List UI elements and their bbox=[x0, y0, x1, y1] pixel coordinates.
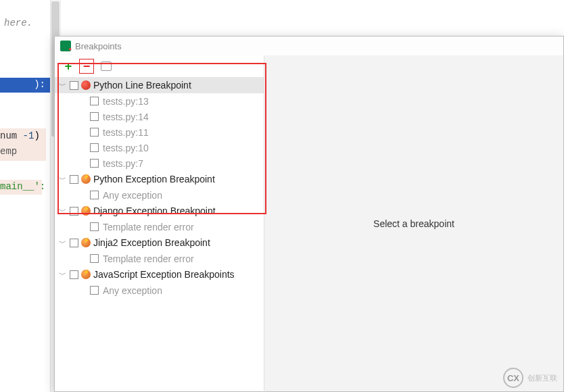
chevron-down-icon[interactable]: ﹀ bbox=[59, 270, 67, 280]
watermark: CX 创新互联 bbox=[503, 368, 557, 388]
breakpoint-type-icon bbox=[81, 80, 91, 90]
editor-main-text: main__': bbox=[0, 181, 45, 192]
item-checkbox[interactable] bbox=[90, 128, 99, 137]
group-checkbox[interactable] bbox=[70, 81, 78, 90]
item-label: tests.py:13 bbox=[103, 96, 149, 107]
add-breakpoint-button[interactable]: + bbox=[62, 59, 75, 73]
group-checkbox[interactable] bbox=[70, 239, 78, 247]
breakpoint-type-icon bbox=[81, 174, 91, 184]
item-checkbox[interactable] bbox=[90, 97, 99, 105]
editor-line-text: ): bbox=[34, 79, 45, 90]
breakpoint-group[interactable]: ﹀Python Line Breakpoint bbox=[55, 77, 264, 93]
breakpoint-group[interactable]: ﹀Django Exception Breakpoint bbox=[55, 203, 264, 219]
item-checkbox[interactable] bbox=[90, 191, 99, 199]
breakpoint-item[interactable]: tests.py:10 bbox=[55, 140, 264, 155]
editor-block1: num -1) emp bbox=[0, 128, 46, 161]
breakpoint-type-icon bbox=[81, 206, 91, 216]
group-label: Python Line Breakpoint bbox=[93, 80, 191, 91]
watermark-logo: CX bbox=[503, 368, 523, 388]
details-panel: Select a breakpoint bbox=[264, 55, 563, 391]
item-checkbox[interactable] bbox=[90, 222, 99, 231]
editor-block1-line1: num -1) bbox=[0, 130, 40, 141]
group-label: Python Exception Breakpoint bbox=[93, 174, 215, 185]
breakpoints-dialog: Breakpoints + − ﹀Python Line Breakpointt… bbox=[54, 36, 564, 392]
breakpoint-item[interactable]: Template render error bbox=[55, 251, 264, 266]
group-checkbox[interactable] bbox=[70, 207, 78, 216]
group-label: JavaScript Exception Breakpoints bbox=[93, 269, 235, 280]
watermark-text: 创新互联 bbox=[527, 373, 557, 383]
item-checkbox[interactable] bbox=[90, 159, 99, 168]
chevron-down-icon[interactable]: ﹀ bbox=[59, 174, 67, 185]
item-checkbox[interactable] bbox=[90, 143, 99, 152]
item-label: Any exception bbox=[103, 190, 162, 201]
editor-highlight-line: ): bbox=[0, 78, 51, 93]
item-checkbox[interactable] bbox=[90, 286, 99, 295]
dialog-titlebar[interactable]: Breakpoints bbox=[55, 36, 563, 55]
breakpoint-type-icon bbox=[81, 270, 91, 279]
item-label: tests.py:7 bbox=[103, 158, 143, 169]
item-label: Template render error bbox=[103, 253, 194, 264]
breakpoint-item[interactable]: Template render error bbox=[55, 219, 264, 235]
group-checkbox[interactable] bbox=[70, 175, 78, 184]
editor-text-here: here. bbox=[4, 18, 32, 28]
item-checkbox[interactable] bbox=[90, 254, 99, 263]
remove-breakpoint-button[interactable]: − bbox=[79, 59, 94, 74]
breakpoint-group[interactable]: ﹀Python Exception Breakpoint bbox=[55, 171, 264, 187]
breakpoint-tree-panel: + − ﹀Python Line Breakpointtests.py:13te… bbox=[55, 55, 264, 392]
details-placeholder: Select a breakpoint bbox=[373, 218, 454, 229]
tree-toolbar: + − bbox=[55, 55, 264, 77]
breakpoint-group[interactable]: ﹀Jinja2 Exception Breakpoint bbox=[55, 235, 264, 251]
breakpoint-item[interactable]: Any exception bbox=[55, 187, 264, 203]
item-label: tests.py:14 bbox=[103, 112, 149, 122]
chevron-down-icon[interactable]: ﹀ bbox=[59, 80, 67, 91]
breakpoints-tree[interactable]: ﹀Python Line Breakpointtests.py:13tests.… bbox=[55, 77, 264, 298]
breakpoint-group[interactable]: ﹀JavaScript Exception Breakpoints bbox=[55, 266, 264, 283]
item-label: tests.py:11 bbox=[103, 127, 149, 138]
breakpoint-item[interactable]: tests.py:14 bbox=[55, 109, 264, 124]
breakpoint-item[interactable]: tests.py:11 bbox=[55, 124, 264, 140]
item-label: Any exception bbox=[103, 285, 162, 296]
chevron-down-icon[interactable]: ﹀ bbox=[59, 238, 67, 248]
breakpoint-item[interactable]: Any exception bbox=[55, 283, 264, 298]
item-checkbox[interactable] bbox=[90, 112, 99, 121]
group-label: Jinja2 Exception Breakpoint bbox=[93, 237, 210, 248]
breakpoint-item[interactable]: tests.py:13 bbox=[55, 93, 264, 109]
breakpoint-item[interactable]: tests.py:7 bbox=[55, 155, 264, 171]
item-label: Template render error bbox=[103, 222, 194, 232]
group-by-icon[interactable] bbox=[101, 62, 112, 71]
editor-block1-line2: emp bbox=[0, 146, 17, 157]
group-label: Django Exception Breakpoint bbox=[93, 205, 216, 216]
dialog-title-text: Breakpoints bbox=[75, 41, 122, 51]
breakpoints-icon bbox=[60, 41, 71, 51]
chevron-down-icon[interactable]: ﹀ bbox=[59, 206, 67, 216]
item-label: tests.py:10 bbox=[103, 143, 149, 153]
editor-main-line: main__': bbox=[0, 180, 42, 195]
breakpoint-type-icon bbox=[81, 238, 91, 247]
group-checkbox[interactable] bbox=[70, 270, 78, 279]
